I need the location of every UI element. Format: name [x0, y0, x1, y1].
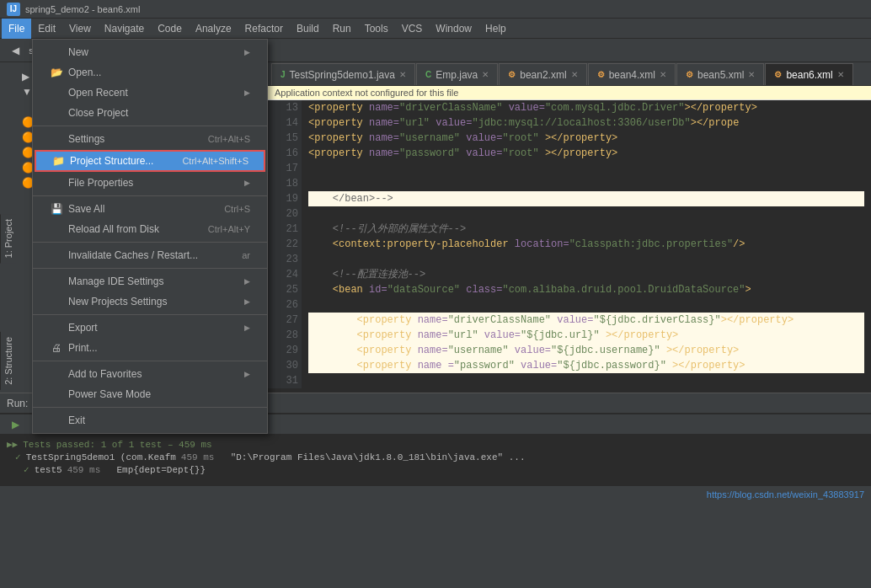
- menu-build[interactable]: Build: [290, 19, 326, 39]
- menu-item-project-structure[interactable]: 📁 Project Structure... Ctrl+Alt+Shift+S: [35, 150, 265, 172]
- line-numbers: 1314151617 1819202122 2324252627 2829303…: [268, 100, 302, 388]
- code-line: [308, 252, 864, 267]
- separator: [33, 195, 267, 196]
- menu-edit[interactable]: Edit: [31, 19, 62, 39]
- menu-vcs[interactable]: VCS: [395, 19, 430, 39]
- exit-icon: [50, 414, 63, 427]
- code-line: <property name="username" value="${jdbc.…: [308, 343, 864, 358]
- editor-area: Application context not configured for t…: [268, 86, 871, 393]
- menu-item-add-favorites[interactable]: Add to Favorites: [33, 364, 267, 384]
- xml-icon: ⚙: [686, 70, 693, 79]
- xml-icon: ⚙: [774, 70, 782, 79]
- menu-item-file-properties[interactable]: File Properties: [33, 173, 267, 193]
- separator: [33, 126, 267, 126]
- code-line: [308, 206, 864, 222]
- tab-close-icon[interactable]: ✕: [571, 70, 578, 79]
- tab-close-icon[interactable]: ✕: [482, 70, 489, 79]
- menu-item-open-recent[interactable]: Open Recent: [33, 83, 267, 103]
- manage-ide-icon: [50, 275, 63, 288]
- play-button[interactable]: ▶: [7, 416, 24, 433]
- code-lines[interactable]: <property name="driverClassName" value="…: [302, 100, 871, 388]
- tab-bean4xml[interactable]: ⚙ bean4.xml ✕: [588, 63, 676, 85]
- code-line: <property name ="password" value="${jdbc…: [308, 358, 864, 373]
- status-link[interactable]: https://blog.csdn.net/weixin_43883917: [707, 489, 864, 500]
- export-icon: [50, 321, 63, 334]
- code-line: <property name="password" value="root" >…: [308, 146, 864, 161]
- open-icon: 📂: [50, 66, 63, 79]
- tab-close-icon[interactable]: ✕: [660, 70, 666, 79]
- menu-bar: File Edit View Navigate Code Analyze Ref…: [0, 19, 871, 39]
- invalidate-icon: [50, 249, 63, 262]
- code-line: <bean id="dataSource" class="com.alibaba…: [308, 282, 864, 297]
- tab-close-icon[interactable]: ✕: [837, 70, 844, 79]
- java-icon: J: [281, 70, 286, 79]
- menu-item-invalidate-caches[interactable]: Invalidate Caches / Restart... ar: [33, 245, 267, 265]
- tab-bean2xml[interactable]: ⚙ bean2.xml ✕: [499, 63, 586, 85]
- code-line: <property name="url" value="${jdbc.url}"…: [308, 328, 864, 343]
- tab-close-icon[interactable]: ✕: [748, 70, 755, 79]
- file-props-icon: [50, 176, 63, 190]
- menu-code[interactable]: Code: [151, 19, 189, 39]
- menu-item-save-all[interactable]: 💾 Save All Ctrl+S: [33, 199, 267, 219]
- separator: [33, 268, 267, 269]
- menu-item-print[interactable]: 🖨 Print...: [33, 338, 267, 358]
- menu-analyze[interactable]: Analyze: [189, 19, 238, 39]
- code-line: </bean>-->: [308, 191, 864, 206]
- menu-file[interactable]: File: [2, 19, 31, 39]
- menu-item-reload-disk[interactable]: Reload All from Disk Ctrl+Alt+Y: [33, 219, 267, 239]
- menu-window[interactable]: Window: [429, 19, 478, 39]
- separator: [33, 314, 267, 315]
- tab-bean5xml[interactable]: ⚙ bean5.xml ✕: [676, 63, 764, 85]
- menu-item-new[interactable]: New: [33, 42, 267, 62]
- sidebar-item-structure[interactable]: 2: Structure: [0, 332, 16, 390]
- status-bar: https://blog.csdn.net/weixin_43883917: [0, 485, 871, 502]
- code-line: <property name="driverClassName" value="…: [308, 100, 864, 115]
- menu-item-new-projects-settings[interactable]: New Projects Settings: [33, 291, 267, 312]
- run-status-text: Tests passed: 1 of 1 test – 459 ms: [23, 440, 211, 450]
- run-output: ▶▶ Tests passed: 1 of 1 test – 459 ms ✓ …: [0, 434, 871, 485]
- menu-item-manage-ide[interactable]: Manage IDE Settings: [33, 271, 267, 291]
- file-dropdown-menu: New 📂 Open... Open Recent Close Project …: [32, 39, 268, 434]
- menu-item-open[interactable]: 📂 Open...: [33, 62, 267, 83]
- code-line: <property name="username" value="root" >…: [308, 131, 864, 146]
- menu-item-export[interactable]: Export: [33, 318, 267, 338]
- code-line: [308, 176, 864, 191]
- code-line: <context:property-placeholder location="…: [308, 237, 864, 252]
- warning-text: Application context not configured for t…: [275, 88, 458, 98]
- title-bar: IJ spring5_demo2 - bean6.xml: [0, 0, 871, 19]
- code-line: [308, 373, 864, 388]
- sidebar-item-project[interactable]: 1: Project: [0, 214, 16, 263]
- tab-bean6xml[interactable]: ⚙ bean6.xml ✕: [765, 63, 852, 85]
- code-line: <property name="driverClassName" value="…: [308, 313, 864, 328]
- menu-item-power-save[interactable]: Power Save Mode: [33, 384, 267, 404]
- code-line: <property name="url" value="jdbc:mysql:/…: [308, 115, 864, 131]
- print-icon: 🖨: [50, 341, 63, 355]
- settings-icon: [50, 132, 63, 146]
- reload-icon: [50, 222, 63, 236]
- menu-item-settings[interactable]: Settings Ctrl+Alt+S: [33, 129, 267, 149]
- menu-view[interactable]: View: [62, 19, 98, 39]
- code-line: <!--配置连接池-->: [308, 267, 864, 282]
- menu-navigate[interactable]: Navigate: [98, 19, 151, 39]
- menu-help[interactable]: Help: [478, 19, 513, 39]
- tab-testspring5demo1[interactable]: J TestSpring5demo1.java ✕: [271, 63, 415, 85]
- menu-run[interactable]: Run: [326, 19, 358, 39]
- menu-item-close-project[interactable]: Close Project: [33, 103, 267, 123]
- menu-tools[interactable]: Tools: [358, 19, 395, 39]
- run-label: Run:: [7, 398, 28, 409]
- xml-icon: ⚙: [597, 70, 605, 79]
- power-save-icon: [50, 388, 63, 401]
- new-icon: [50, 45, 63, 59]
- tab-empjava[interactable]: C Emp.java ✕: [416, 63, 498, 85]
- separator: [33, 361, 267, 361]
- toolbar-back-button[interactable]: ◀: [7, 42, 24, 59]
- save-icon: 💾: [50, 202, 63, 216]
- code-line: <!--引入外部的属性文件-->: [308, 222, 864, 237]
- project-structure-icon: 📁: [51, 154, 65, 168]
- menu-refactor[interactable]: Refactor: [238, 19, 290, 39]
- code-line: [308, 161, 864, 176]
- separator: [33, 242, 267, 243]
- tab-close-icon[interactable]: ✕: [399, 70, 406, 79]
- code-content: 1314151617 1819202122 2324252627 2829303…: [268, 100, 871, 388]
- menu-item-exit[interactable]: Exit: [33, 410, 267, 430]
